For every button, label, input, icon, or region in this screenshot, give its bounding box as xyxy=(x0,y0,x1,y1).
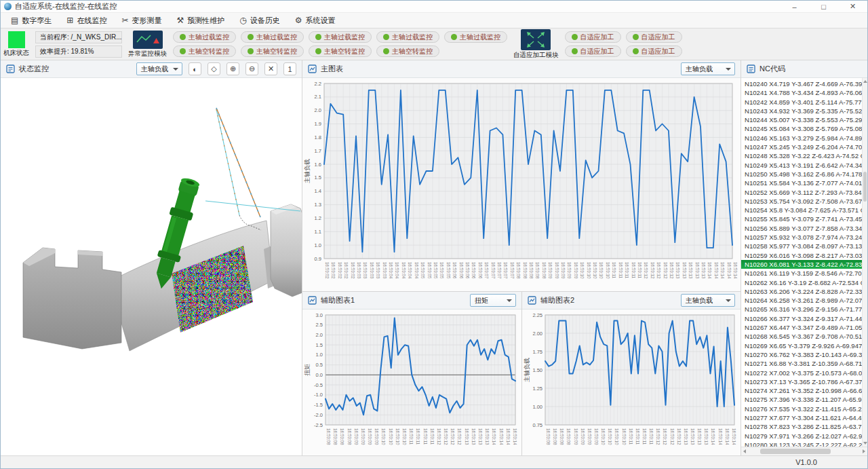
zoom-in-icon[interactable]: ⊕ xyxy=(226,62,239,75)
scroll-up-arrow-icon[interactable] xyxy=(863,80,867,83)
nc-line[interactable]: N10272 X7.002 Y-3.375 Z-10.573 A-68.05 xyxy=(741,369,862,377)
nc-line[interactable]: N10271 X6.88 Y-3.381 Z-10.359 A-68.711 xyxy=(741,359,862,368)
menu-item-device-history[interactable]: ◷ 设备历史 xyxy=(232,13,287,28)
nc-line[interactable]: N10246 X5.163 Y-3.279 Z-5.984 A-74.892 xyxy=(741,134,862,143)
menu-item-deformation-measure[interactable]: ✂ 变形测量 xyxy=(114,13,169,28)
minimize-button[interactable]: – xyxy=(780,1,809,12)
nc-line[interactable]: N10262 X6.16 Y-3.19 Z-8.682 A-72.534 C xyxy=(741,278,862,287)
adaptive-machining-button[interactable]: 自适应加工 xyxy=(565,45,621,57)
nc-line[interactable]: N10273 X7.13 Y-3.365 Z-10.786 A-67.372 xyxy=(741,377,862,386)
palette-icon[interactable]: ◐ xyxy=(189,62,201,75)
nc-line[interactable]: N10265 X6.316 Y-3.296 Z-9.156 A-71.771 xyxy=(741,305,862,314)
nc-line[interactable]: N10270 X6.762 Y-3.383 Z-10.143 A-69.34 xyxy=(741,350,862,359)
svg-text:16:59:08: 16:59:08 xyxy=(553,428,557,445)
nc-line[interactable]: N10248 X5.328 Y-3.22 Z-6.423 A-74.52 C xyxy=(741,151,862,160)
nc-line[interactable]: N10253 X5.754 Y-3.092 Z-7.508 A-73.677 xyxy=(741,197,862,206)
adaptive-machining-button[interactable]: 自适应加工 xyxy=(626,45,682,57)
close-button[interactable]: ✕ xyxy=(838,1,867,12)
scrollbar-thumb[interactable] xyxy=(760,449,831,454)
line-chart-icon xyxy=(308,296,317,305)
menu-label: 在线监控 xyxy=(77,16,106,26)
nc-line[interactable]: N10254 X5.8 Y-3.084 Z-7.625 A-73.571 C xyxy=(741,206,862,214)
menu-item-online-monitor[interactable]: ⊞ 在线监控 xyxy=(59,13,114,28)
adaptive-machining-button[interactable]: 自适应加工 xyxy=(565,31,621,43)
nc-line[interactable]: N10245 X5.084 Y-3.308 Z-5.769 A-75.088 xyxy=(741,124,862,133)
svg-text:16:59:12: 16:59:12 xyxy=(443,428,448,445)
svg-text:1.50: 1.50 xyxy=(532,367,542,373)
svg-text:16:59:13: 16:59:13 xyxy=(675,262,680,279)
nc-line[interactable]: N10243 X4.932 Y-3.369 Z-5.335 A-75.523 xyxy=(741,107,862,115)
svg-text:1.2: 1.2 xyxy=(315,215,321,221)
nc-line[interactable]: N10255 X5.845 Y-3.079 Z-7.741 A-73.458 xyxy=(741,214,862,223)
aux2-signal-dropdown[interactable]: 主轴负载 xyxy=(681,294,735,307)
nc-line-current[interactable]: N10260 X6.081 Y-3.133 Z-8.422 A-72.835 xyxy=(741,260,862,269)
nc-line[interactable]: N10268 X6.545 Y-3.367 Z-9.708 A-70.519 xyxy=(741,332,862,341)
nc-line[interactable]: N10258 X5.977 Y-3.084 Z-8.097 A-73.138 xyxy=(741,242,862,250)
spindle-idle-monitor-button[interactable]: 主轴空转监控 xyxy=(241,45,304,57)
aux1-signal-dropdown[interactable]: 扭矩 xyxy=(470,294,516,307)
spindle-overload-monitor-button[interactable]: 主轴过载监控 xyxy=(173,31,236,43)
nc-line[interactable]: N10277 X7.677 Y-3.304 Z-11.621 A-64.48 xyxy=(741,413,862,422)
scroll-down-arrow-icon[interactable] xyxy=(863,442,867,445)
nc-line[interactable]: N10279 X7.971 Y-3.266 Z-12.027 A-62.98 xyxy=(741,432,862,440)
nc-line[interactable]: N10249 X5.413 Y-3.191 Z-6.642 A-74.346 xyxy=(741,161,862,170)
layer-one-button[interactable]: 1 xyxy=(283,62,296,75)
fit-icon[interactable]: ✕ xyxy=(264,62,277,75)
nc-line[interactable]: N10257 X5.932 Y-3.078 Z-7.974 A-73.243 xyxy=(741,233,862,242)
nc-line[interactable]: N10276 X7.535 Y-3.322 Z-11.415 A-65.22 xyxy=(741,405,862,413)
spindle-overload-monitor-button[interactable]: 主轴过载监控 xyxy=(309,31,372,43)
digital-twin-icon: ▤ xyxy=(11,16,18,25)
aux2-header: 辅助图表2 主轴负载 xyxy=(522,292,741,309)
nc-line[interactable]: N10263 X6.206 Y-3.224 Z-8.828 A-72.33 C xyxy=(741,287,862,296)
nc-line[interactable]: N10251 X5.584 Y-3.136 Z-7.077 A-74.012 xyxy=(741,179,862,187)
nc-line[interactable]: N10242 X4.859 Y-3.401 Z-5.114 A-75.775 xyxy=(741,98,862,107)
scrollbar-thumb[interactable] xyxy=(863,172,867,202)
nc-horizontal-scrollbar[interactable] xyxy=(741,447,867,455)
svg-text:1.0: 1.0 xyxy=(316,352,323,358)
nc-line[interactable]: N10275 X7.396 Y-3.338 Z-11.207 A-65.95 xyxy=(741,395,862,404)
anomaly-module-block[interactable]: 异常监控模块 xyxy=(128,31,167,58)
nc-line[interactable]: N10241 X4.788 Y-3.434 Z-4.893 A-76.062 xyxy=(741,88,862,97)
nc-line[interactable]: N10278 X7.823 Y-3.286 Z-11.825 A-63.73 xyxy=(741,422,862,431)
adaptive-machining-button[interactable]: 自适应加工 xyxy=(626,31,682,43)
view-signal-dropdown[interactable]: 主轴负载 xyxy=(136,62,182,75)
orbit-icon[interactable]: ◇ xyxy=(208,62,220,75)
nc-line[interactable]: N10261 X6.119 Y-3.159 Z-8.546 A-72.701 xyxy=(741,269,862,278)
nc-line[interactable]: N10252 X5.669 Y-3.112 Z-7.293 A-73.844 xyxy=(741,188,862,197)
nc-line[interactable]: N10244 X5.007 Y-3.338 Z-5.553 A-75.297 xyxy=(741,115,862,124)
spindle-idle-monitor-button[interactable]: 主轴空转监控 xyxy=(309,45,372,57)
menu-item-digital-twin[interactable]: ▤ 数字孪生 xyxy=(3,13,59,28)
nc-line[interactable]: N10274 X7.261 Y-3.352 Z-10.998 A-66.67 xyxy=(741,386,862,395)
nc-line[interactable]: N10247 X5.245 Y-3.249 Z-6.204 A-74.701 xyxy=(741,143,862,151)
nc-line[interactable]: N10280 X8.123 Y-3.245 Z-12.227 A-62.23 xyxy=(741,440,862,447)
pill-label: 主轴空转监控 xyxy=(392,47,433,56)
nc-line[interactable]: N10256 X5.889 Y-3.077 Z-7.858 A-73.348 xyxy=(741,224,862,233)
menu-item-predictive-maintenance[interactable]: ⚒ 预测性维护 xyxy=(169,13,232,28)
spindle-idle-monitor-button[interactable]: 主轴空转监控 xyxy=(173,45,236,57)
zoom-out-icon[interactable]: ⊖ xyxy=(245,62,258,75)
adaptive-module-block[interactable]: 自适应加工模块 xyxy=(513,29,559,60)
aux1-title: 辅助图表1 xyxy=(321,295,355,305)
nc-vertical-scrollbar[interactable] xyxy=(862,78,867,447)
nc-line[interactable]: N10264 X6.258 Y-3.261 Z-8.989 A-72.072 xyxy=(741,296,862,305)
nc-line[interactable]: N10240 X4.719 Y-3.467 Z-4.669 A-76.396 xyxy=(741,79,862,88)
scroll-left-arrow-icon[interactable] xyxy=(743,449,746,453)
svg-text:16:59:13: 16:59:13 xyxy=(697,428,702,445)
menu-item-system-settings[interactable]: ⚙ 系统设置 xyxy=(288,13,343,28)
svg-text:16:59:09: 16:59:09 xyxy=(555,262,559,279)
main-chart-signal-dropdown[interactable]: 主轴负载 xyxy=(681,62,735,75)
nc-line[interactable]: N10267 X6.447 Y-3.347 Z-9.489 A-71.055 xyxy=(741,323,862,332)
spindle-overload-monitor-button[interactable]: 主轴过载监控 xyxy=(376,31,439,43)
nc-line[interactable]: N10250 X5.498 Y-3.162 Z-6.86 A-74.178 C xyxy=(741,170,862,179)
nc-line[interactable]: N10259 X6.016 Y-3.098 Z-8.217 A-73.036 xyxy=(741,251,862,260)
maximize-button[interactable]: □ xyxy=(809,1,838,12)
scroll-right-arrow-icon[interactable] xyxy=(863,449,865,453)
spindle-overload-monitor-button[interactable]: 主轴过载监控 xyxy=(241,31,304,43)
machine-3d-view[interactable] xyxy=(1,78,302,455)
svg-text:16:59:11: 16:59:11 xyxy=(625,262,629,279)
menu-label: 系统设置 xyxy=(305,16,335,26)
spindle-idle-monitor-button[interactable]: 主轴空转监控 xyxy=(376,45,439,57)
nc-line[interactable]: N10269 X6.65 Y-3.379 Z-9.926 A-69.947 C xyxy=(741,341,862,350)
spindle-overload-monitor-button[interactable]: 主轴过载监控 xyxy=(444,31,507,43)
nc-line[interactable]: N10266 X6.377 Y-3.324 Z-9.317 A-71.443 xyxy=(741,314,862,323)
